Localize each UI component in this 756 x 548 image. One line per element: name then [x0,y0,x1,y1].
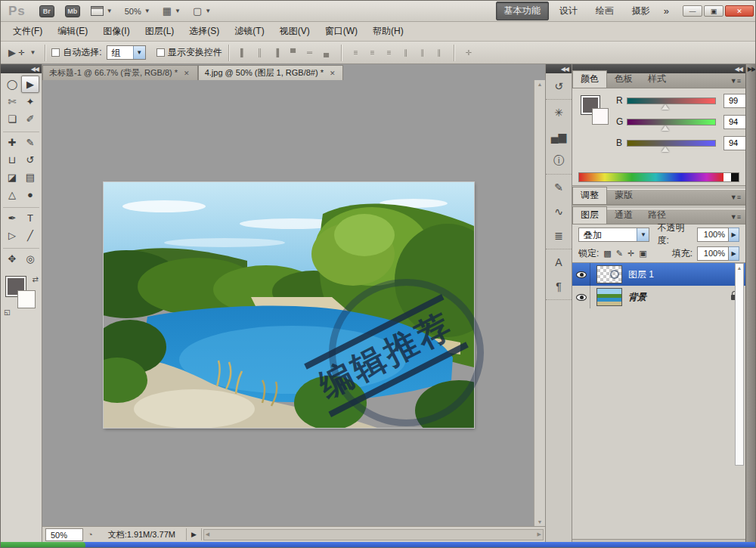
green-slider-thumb[interactable] [662,125,669,131]
brush-tool[interactable]: ✎ [21,134,39,151]
layer-row-layer1[interactable]: 图层 1 [572,263,745,286]
layer-thumbnail[interactable] [596,288,622,306]
workspace-design-button[interactable]: 设计 [552,2,585,20]
workspace-essentials-button[interactable]: 基本功能 [496,2,549,20]
color-spectrum-ramp[interactable] [578,172,739,182]
menu-help[interactable]: 帮助(H) [365,22,411,41]
align-right-edges-button[interactable]: ▐ [269,46,284,60]
canvas[interactable]: 编辑推荐 [42,80,534,526]
pen-tool[interactable]: ✒ [3,209,21,227]
menu-file[interactable]: 文件(F) [5,22,50,41]
auto-select-target-dropdown[interactable]: 组▼ [107,45,146,60]
histogram-panel-icon[interactable]: ▄▆ [549,127,569,147]
background-color-swatch[interactable] [592,108,609,125]
lock-all-icon[interactable]: ▣ [639,249,646,259]
restore-button[interactable]: ▣ [704,5,723,17]
blur-tool[interactable]: △ [3,186,21,203]
move-tool-preset[interactable]: ▶✛▼ [5,45,39,60]
panel-menu-icon[interactable]: ▼≡ [726,213,745,224]
paths-panel-icon[interactable]: ∿ [549,202,569,221]
lasso-tool[interactable]: ✄ [3,93,21,110]
healing-brush-tool[interactable]: ✚ [3,134,21,151]
menu-filter[interactable]: 滤镜(T) [227,22,271,41]
show-transform-checkbox[interactable] [156,48,165,57]
fill-value-field[interactable]: 100% [697,246,729,261]
eraser-tool[interactable]: ◪ [3,169,21,186]
dodge-tool[interactable]: ● [21,186,39,203]
layer-name[interactable]: 图层 1 [628,268,654,281]
mini-bridge-button[interactable]: Mb [65,5,80,17]
lock-transparency-icon[interactable]: ▩ [603,249,611,259]
dock-collapse-bar[interactable]: ◀◀ [546,64,572,73]
history-panel-icon[interactable]: ↺ [549,76,569,96]
opacity-spinner-icon[interactable]: ▶ [729,228,739,242]
close-tab-icon[interactable]: ✕ [328,69,337,78]
actions-panel-icon[interactable]: ≣ [549,226,569,246]
align-top-edges-button[interactable]: ▀ [286,46,301,60]
align-left-edges-button[interactable]: ▌ [236,46,251,60]
menu-image[interactable]: 图像(I) [95,22,137,41]
opacity-value-field[interactable]: 100% [697,228,729,242]
align-vertical-centers-button[interactable]: ═ [302,46,318,60]
minimize-button[interactable]: — [683,5,702,17]
zoom-level-dropdown[interactable]: 50%▼ [125,7,150,16]
menu-view[interactable]: 视图(V) [272,22,318,41]
distribute-bottom-button[interactable]: ≡ [382,46,397,60]
visibility-cell[interactable] [572,286,590,308]
close-button[interactable]: ✕ [725,5,754,17]
document-tab-untitled[interactable]: 未标题-1 @ 66.7% (背景, RGB/8) * ✕ [42,65,198,80]
blue-slider-thumb[interactable] [662,147,669,152]
bridge-button[interactable]: Br [39,5,54,17]
distribute-top-button[interactable]: ≡ [349,46,364,60]
auto-select-checkbox[interactable] [51,48,60,57]
tools-panel-collapse-bar[interactable]: ◀◀ [1,64,42,73]
fill-spinner-icon[interactable]: ▶ [729,246,739,261]
align-bottom-edges-button[interactable]: ▄ [319,46,334,60]
character-panel-icon[interactable]: A [549,252,569,272]
document-tab-4jpg[interactable]: 4.jpg @ 50% (图层 1, RGB/8#) * ✕ [198,65,344,80]
distribute-left-button[interactable]: ∥ [398,46,414,60]
gradient-tool[interactable]: ▤ [21,169,39,186]
info-panel-icon[interactable]: ⓘ [549,151,569,171]
default-colors-icon[interactable]: ◱ [4,308,11,316]
layers-scrollbar[interactable]: ▲ [735,263,744,466]
move-tool[interactable]: ▶ [21,76,39,93]
red-slider-thumb[interactable] [662,104,669,110]
scroll-down-icon[interactable]: ▼ [538,519,543,525]
paragraph-panel-icon[interactable]: ¶ [549,277,569,296]
hand-tool[interactable]: ✥ [3,250,21,268]
layer-row-background[interactable]: 背景 [572,286,745,308]
dock-expand-strip[interactable]: ▶▶ [745,64,756,542]
scroll-up-icon[interactable]: ▲ [737,265,742,465]
scroll-up-icon[interactable]: ▲ [538,82,543,87]
lock-position-icon[interactable]: ✛ [627,249,634,259]
distribute-horizontal-centers-button[interactable]: ∥ [415,46,430,60]
status-options-icon[interactable]: ▶ [186,528,202,540]
type-tool[interactable]: T [21,209,39,227]
swap-colors-icon[interactable]: ⇄ [33,275,39,283]
distribute-right-button[interactable]: ∥ [432,46,447,60]
ellipse-marquee-tool[interactable]: ◯ [3,76,21,93]
status-zoom-field[interactable]: 50% [45,528,83,541]
zoom-tool[interactable]: ◎ [21,250,39,268]
line-tool[interactable]: ╱ [21,227,39,244]
background-color-swatch[interactable] [17,290,36,308]
menu-window[interactable]: 窗口(W) [318,22,365,41]
workspace-painting-button[interactable]: 绘画 [588,2,621,20]
workspace-photography-button[interactable]: 摄影 [624,2,658,20]
green-slider[interactable] [627,119,716,125]
tab-adjustments[interactable]: 调整 [572,187,607,204]
panel-menu-icon[interactable]: ▼≡ [726,194,745,204]
horizontal-scrollbar[interactable]: ◀ ▶ [203,529,544,540]
vertical-scrollbar[interactable]: ▲ ▼ [534,80,545,526]
menu-select[interactable]: 选择(S) [181,22,227,41]
red-slider[interactable] [627,98,716,104]
layer-thumbnail[interactable] [596,265,622,283]
panel-menu-icon[interactable]: ▼≡ [726,77,745,88]
magic-wand-tool[interactable]: ✦ [21,93,39,110]
visibility-cell[interactable] [572,263,590,286]
clone-stamp-tool[interactable]: ⊔ [3,151,21,169]
arrange-documents-button[interactable]: ▼ [91,6,113,16]
lock-pixels-icon[interactable]: ✎ [616,249,623,259]
crop-tool[interactable]: ❏ [3,110,21,128]
